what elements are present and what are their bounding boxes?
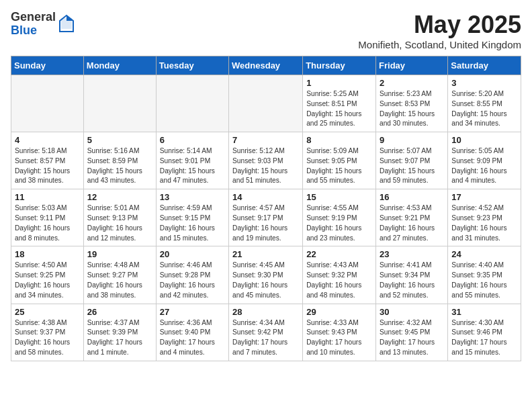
logo: General Blue [11,11,75,38]
day-number: 30 [380,307,444,317]
day-detail: Sunrise: 4:55 AM Sunset: 9:19 PM Dayligh… [306,203,372,243]
day-number: 13 [160,192,225,202]
calendar-cell: 12Sunrise: 5:01 AM Sunset: 9:13 PM Dayli… [83,189,156,246]
calendar-cell: 24Sunrise: 4:40 AM Sunset: 9:35 PM Dayli… [448,246,521,304]
day-number: 8 [306,135,372,145]
calendar-week-row: 4Sunrise: 5:18 AM Sunset: 8:57 PM Daylig… [11,132,521,189]
day-number: 3 [451,78,517,88]
day-number: 27 [160,307,225,317]
calendar-cell: 4Sunrise: 5:18 AM Sunset: 8:57 PM Daylig… [11,132,84,189]
day-detail: Sunrise: 5:20 AM Sunset: 8:55 PM Dayligh… [451,89,517,129]
calendar-cell: 5Sunrise: 5:16 AM Sunset: 8:59 PM Daylig… [83,132,156,189]
calendar-cell: 1Sunrise: 5:25 AM Sunset: 8:51 PM Daylig… [303,75,376,132]
month-year-title: May 2025 [358,11,521,39]
day-detail: Sunrise: 5:12 AM Sunset: 9:03 PM Dayligh… [232,146,299,186]
calendar-cell: 11Sunrise: 5:03 AM Sunset: 9:11 PM Dayli… [11,189,84,246]
logo-icon [58,14,75,33]
day-number: 19 [87,249,152,259]
day-detail: Sunrise: 4:40 AM Sunset: 9:35 PM Dayligh… [451,261,517,300]
day-detail: Sunrise: 4:34 AM Sunset: 9:42 PM Dayligh… [232,318,299,358]
day-header-saturday: Saturday [448,56,521,75]
logo-text: General Blue [11,11,56,38]
day-header-sunday: Sunday [11,56,84,75]
calendar-cell: 26Sunrise: 4:37 AM Sunset: 9:39 PM Dayli… [83,304,156,361]
calendar-cell: 27Sunrise: 4:36 AM Sunset: 9:40 PM Dayli… [156,304,228,361]
calendar-cell: 15Sunrise: 4:55 AM Sunset: 9:19 PM Dayli… [303,189,376,246]
day-header-wednesday: Wednesday [229,56,303,75]
day-number: 5 [87,135,152,145]
calendar-cell: 29Sunrise: 4:33 AM Sunset: 9:43 PM Dayli… [303,304,376,361]
calendar-cell: 25Sunrise: 4:38 AM Sunset: 9:37 PM Dayli… [11,304,84,361]
day-number: 14 [232,192,299,202]
day-detail: Sunrise: 4:38 AM Sunset: 9:37 PM Dayligh… [15,318,80,358]
day-number: 28 [232,307,299,317]
day-detail: Sunrise: 4:59 AM Sunset: 9:15 PM Dayligh… [160,203,225,243]
day-detail: Sunrise: 4:53 AM Sunset: 9:21 PM Dayligh… [380,203,444,243]
day-detail: Sunrise: 5:16 AM Sunset: 8:59 PM Dayligh… [87,146,152,186]
calendar-cell: 31Sunrise: 4:30 AM Sunset: 9:46 PM Dayli… [448,304,521,361]
calendar-cell: 6Sunrise: 5:14 AM Sunset: 9:01 PM Daylig… [156,132,228,189]
calendar-header-row: SundayMondayTuesdayWednesdayThursdayFrid… [11,56,521,75]
day-number: 7 [232,135,299,145]
calendar-cell: 22Sunrise: 4:43 AM Sunset: 9:32 PM Dayli… [303,246,376,304]
calendar-cell: 13Sunrise: 4:59 AM Sunset: 9:15 PM Dayli… [156,189,228,246]
calendar-cell: 10Sunrise: 5:05 AM Sunset: 9:09 PM Dayli… [448,132,521,189]
calendar-cell: 14Sunrise: 4:57 AM Sunset: 9:17 PM Dayli… [229,189,303,246]
calendar-week-row: 11Sunrise: 5:03 AM Sunset: 9:11 PM Dayli… [11,189,521,246]
day-header-tuesday: Tuesday [156,56,228,75]
day-header-monday: Monday [83,56,156,75]
location-subtitle: Monifieth, Scotland, United Kingdom [358,39,521,50]
calendar-cell: 17Sunrise: 4:52 AM Sunset: 9:23 PM Dayli… [448,189,521,246]
day-detail: Sunrise: 4:48 AM Sunset: 9:27 PM Dayligh… [87,261,152,300]
calendar-cell: 7Sunrise: 5:12 AM Sunset: 9:03 PM Daylig… [229,132,303,189]
day-number: 29 [306,307,372,317]
day-number: 25 [15,307,80,317]
calendar-cell: 20Sunrise: 4:46 AM Sunset: 9:28 PM Dayli… [156,246,228,304]
day-number: 12 [87,192,152,202]
day-detail: Sunrise: 5:09 AM Sunset: 9:05 PM Dayligh… [306,146,372,186]
day-detail: Sunrise: 4:57 AM Sunset: 9:17 PM Dayligh… [232,203,299,243]
day-header-thursday: Thursday [303,56,376,75]
calendar-cell: 19Sunrise: 4:48 AM Sunset: 9:27 PM Dayli… [83,246,156,304]
day-detail: Sunrise: 4:30 AM Sunset: 9:46 PM Dayligh… [451,318,517,358]
day-number: 4 [15,135,80,145]
day-number: 11 [15,192,80,202]
title-block: May 2025 Monifieth, Scotland, United Kin… [358,11,521,50]
day-number: 16 [380,192,444,202]
day-detail: Sunrise: 4:37 AM Sunset: 9:39 PM Dayligh… [87,318,152,358]
day-detail: Sunrise: 5:03 AM Sunset: 9:11 PM Dayligh… [15,203,80,243]
day-detail: Sunrise: 4:33 AM Sunset: 9:43 PM Dayligh… [306,318,372,358]
day-detail: Sunrise: 5:05 AM Sunset: 9:09 PM Dayligh… [451,146,517,186]
day-number: 2 [380,78,444,88]
calendar-cell: 21Sunrise: 4:45 AM Sunset: 9:30 PM Dayli… [229,246,303,304]
calendar-cell: 30Sunrise: 4:32 AM Sunset: 9:45 PM Dayli… [376,304,448,361]
day-detail: Sunrise: 5:01 AM Sunset: 9:13 PM Dayligh… [87,203,152,243]
calendar-cell: 28Sunrise: 4:34 AM Sunset: 9:42 PM Dayli… [229,304,303,361]
day-detail: Sunrise: 5:18 AM Sunset: 8:57 PM Dayligh… [15,146,80,186]
day-detail: Sunrise: 5:23 AM Sunset: 8:53 PM Dayligh… [380,89,444,129]
day-number: 22 [306,249,372,259]
calendar-week-row: 1Sunrise: 5:25 AM Sunset: 8:51 PM Daylig… [11,75,521,132]
day-number: 20 [160,249,225,259]
calendar-cell: 8Sunrise: 5:09 AM Sunset: 9:05 PM Daylig… [303,132,376,189]
day-number: 23 [380,249,444,259]
day-detail: Sunrise: 4:45 AM Sunset: 9:30 PM Dayligh… [232,261,299,300]
page-header: General Blue May 2025 Monifieth, Scotlan… [11,11,521,50]
logo-general: General [11,11,56,24]
day-number: 10 [451,135,517,145]
day-detail: Sunrise: 5:07 AM Sunset: 9:07 PM Dayligh… [380,146,444,186]
day-detail: Sunrise: 4:36 AM Sunset: 9:40 PM Dayligh… [160,318,225,358]
calendar-cell: 16Sunrise: 4:53 AM Sunset: 9:21 PM Dayli… [376,189,448,246]
day-number: 1 [306,78,372,88]
day-detail: Sunrise: 5:25 AM Sunset: 8:51 PM Dayligh… [306,89,372,129]
day-number: 31 [451,307,517,317]
day-number: 26 [87,307,152,317]
day-detail: Sunrise: 4:41 AM Sunset: 9:34 PM Dayligh… [380,261,444,300]
day-detail: Sunrise: 4:50 AM Sunset: 9:25 PM Dayligh… [15,261,80,300]
day-number: 17 [451,192,517,202]
calendar-cell: 9Sunrise: 5:07 AM Sunset: 9:07 PM Daylig… [376,132,448,189]
day-number: 24 [451,249,517,259]
calendar-cell [11,75,84,132]
calendar-cell: 18Sunrise: 4:50 AM Sunset: 9:25 PM Dayli… [11,246,84,304]
calendar-cell [156,75,228,132]
